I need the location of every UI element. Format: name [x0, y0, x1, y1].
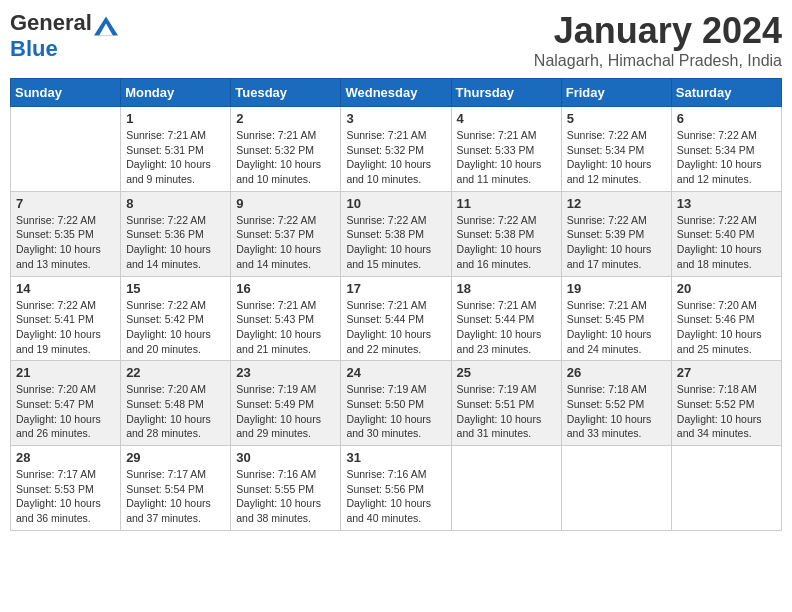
- day-info: Sunrise: 7:20 AM Sunset: 5:48 PM Dayligh…: [126, 382, 225, 441]
- weekday-header-sunday: Sunday: [11, 79, 121, 107]
- day-info: Sunrise: 7:20 AM Sunset: 5:47 PM Dayligh…: [16, 382, 115, 441]
- day-number: 4: [457, 111, 556, 126]
- day-number: 9: [236, 196, 335, 211]
- day-number: 26: [567, 365, 666, 380]
- weekday-header-friday: Friday: [561, 79, 671, 107]
- calendar-cell: [561, 446, 671, 531]
- day-number: 29: [126, 450, 225, 465]
- calendar-cell: 9Sunrise: 7:22 AM Sunset: 5:37 PM Daylig…: [231, 191, 341, 276]
- day-number: 21: [16, 365, 115, 380]
- day-info: Sunrise: 7:16 AM Sunset: 5:55 PM Dayligh…: [236, 467, 335, 526]
- day-number: 3: [346, 111, 445, 126]
- weekday-header-tuesday: Tuesday: [231, 79, 341, 107]
- calendar-cell: 5Sunrise: 7:22 AM Sunset: 5:34 PM Daylig…: [561, 107, 671, 192]
- day-number: 16: [236, 281, 335, 296]
- day-info: Sunrise: 7:22 AM Sunset: 5:35 PM Dayligh…: [16, 213, 115, 272]
- calendar-cell: 10Sunrise: 7:22 AM Sunset: 5:38 PM Dayli…: [341, 191, 451, 276]
- day-info: Sunrise: 7:21 AM Sunset: 5:31 PM Dayligh…: [126, 128, 225, 187]
- logo-text: General Blue: [10, 10, 120, 62]
- day-info: Sunrise: 7:21 AM Sunset: 5:44 PM Dayligh…: [457, 298, 556, 357]
- calendar-cell: 26Sunrise: 7:18 AM Sunset: 5:52 PM Dayli…: [561, 361, 671, 446]
- day-number: 7: [16, 196, 115, 211]
- weekday-header-saturday: Saturday: [671, 79, 781, 107]
- calendar-cell: 1Sunrise: 7:21 AM Sunset: 5:31 PM Daylig…: [121, 107, 231, 192]
- calendar-cell: 16Sunrise: 7:21 AM Sunset: 5:43 PM Dayli…: [231, 276, 341, 361]
- weekday-header-row: SundayMondayTuesdayWednesdayThursdayFrid…: [11, 79, 782, 107]
- day-number: 5: [567, 111, 666, 126]
- day-number: 6: [677, 111, 776, 126]
- day-number: 23: [236, 365, 335, 380]
- day-info: Sunrise: 7:21 AM Sunset: 5:44 PM Dayligh…: [346, 298, 445, 357]
- day-info: Sunrise: 7:22 AM Sunset: 5:36 PM Dayligh…: [126, 213, 225, 272]
- day-number: 25: [457, 365, 556, 380]
- day-info: Sunrise: 7:22 AM Sunset: 5:39 PM Dayligh…: [567, 213, 666, 272]
- calendar-cell: 12Sunrise: 7:22 AM Sunset: 5:39 PM Dayli…: [561, 191, 671, 276]
- day-number: 24: [346, 365, 445, 380]
- day-info: Sunrise: 7:21 AM Sunset: 5:43 PM Dayligh…: [236, 298, 335, 357]
- calendar-week-row: 28Sunrise: 7:17 AM Sunset: 5:53 PM Dayli…: [11, 446, 782, 531]
- day-number: 31: [346, 450, 445, 465]
- day-number: 14: [16, 281, 115, 296]
- calendar-cell: 29Sunrise: 7:17 AM Sunset: 5:54 PM Dayli…: [121, 446, 231, 531]
- weekday-header-wednesday: Wednesday: [341, 79, 451, 107]
- logo-general: General: [10, 10, 92, 35]
- day-number: 19: [567, 281, 666, 296]
- calendar-cell: 28Sunrise: 7:17 AM Sunset: 5:53 PM Dayli…: [11, 446, 121, 531]
- day-number: 17: [346, 281, 445, 296]
- day-number: 15: [126, 281, 225, 296]
- page-header: General Blue January 2024 Nalagarh, Hima…: [10, 10, 782, 70]
- day-info: Sunrise: 7:21 AM Sunset: 5:32 PM Dayligh…: [236, 128, 335, 187]
- calendar-cell: 17Sunrise: 7:21 AM Sunset: 5:44 PM Dayli…: [341, 276, 451, 361]
- calendar-cell: 23Sunrise: 7:19 AM Sunset: 5:49 PM Dayli…: [231, 361, 341, 446]
- day-number: 12: [567, 196, 666, 211]
- day-info: Sunrise: 7:19 AM Sunset: 5:50 PM Dayligh…: [346, 382, 445, 441]
- logo-blue: Blue: [10, 36, 58, 61]
- day-number: 28: [16, 450, 115, 465]
- calendar-cell: 30Sunrise: 7:16 AM Sunset: 5:55 PM Dayli…: [231, 446, 341, 531]
- calendar-cell: 15Sunrise: 7:22 AM Sunset: 5:42 PM Dayli…: [121, 276, 231, 361]
- logo-icon: [94, 16, 118, 36]
- calendar-cell: 4Sunrise: 7:21 AM Sunset: 5:33 PM Daylig…: [451, 107, 561, 192]
- calendar-cell: 20Sunrise: 7:20 AM Sunset: 5:46 PM Dayli…: [671, 276, 781, 361]
- calendar-week-row: 21Sunrise: 7:20 AM Sunset: 5:47 PM Dayli…: [11, 361, 782, 446]
- title-section: January 2024 Nalagarh, Himachal Pradesh,…: [534, 10, 782, 70]
- day-info: Sunrise: 7:22 AM Sunset: 5:38 PM Dayligh…: [346, 213, 445, 272]
- day-number: 13: [677, 196, 776, 211]
- calendar-cell: 19Sunrise: 7:21 AM Sunset: 5:45 PM Dayli…: [561, 276, 671, 361]
- month-title: January 2024: [534, 10, 782, 52]
- weekday-header-monday: Monday: [121, 79, 231, 107]
- calendar-cell: 21Sunrise: 7:20 AM Sunset: 5:47 PM Dayli…: [11, 361, 121, 446]
- calendar-cell: 27Sunrise: 7:18 AM Sunset: 5:52 PM Dayli…: [671, 361, 781, 446]
- calendar-cell: 25Sunrise: 7:19 AM Sunset: 5:51 PM Dayli…: [451, 361, 561, 446]
- day-number: 30: [236, 450, 335, 465]
- calendar-cell: 22Sunrise: 7:20 AM Sunset: 5:48 PM Dayli…: [121, 361, 231, 446]
- day-info: Sunrise: 7:22 AM Sunset: 5:41 PM Dayligh…: [16, 298, 115, 357]
- day-number: 8: [126, 196, 225, 211]
- calendar-cell: 8Sunrise: 7:22 AM Sunset: 5:36 PM Daylig…: [121, 191, 231, 276]
- location-subtitle: Nalagarh, Himachal Pradesh, India: [534, 52, 782, 70]
- day-info: Sunrise: 7:18 AM Sunset: 5:52 PM Dayligh…: [677, 382, 776, 441]
- day-info: Sunrise: 7:16 AM Sunset: 5:56 PM Dayligh…: [346, 467, 445, 526]
- day-info: Sunrise: 7:22 AM Sunset: 5:34 PM Dayligh…: [567, 128, 666, 187]
- calendar-table: SundayMondayTuesdayWednesdayThursdayFrid…: [10, 78, 782, 531]
- day-number: 18: [457, 281, 556, 296]
- day-info: Sunrise: 7:21 AM Sunset: 5:32 PM Dayligh…: [346, 128, 445, 187]
- calendar-cell: 18Sunrise: 7:21 AM Sunset: 5:44 PM Dayli…: [451, 276, 561, 361]
- calendar-cell: 31Sunrise: 7:16 AM Sunset: 5:56 PM Dayli…: [341, 446, 451, 531]
- calendar-cell: [11, 107, 121, 192]
- weekday-header-thursday: Thursday: [451, 79, 561, 107]
- day-number: 27: [677, 365, 776, 380]
- calendar-cell: [671, 446, 781, 531]
- calendar-week-row: 1Sunrise: 7:21 AM Sunset: 5:31 PM Daylig…: [11, 107, 782, 192]
- calendar-cell: 11Sunrise: 7:22 AM Sunset: 5:38 PM Dayli…: [451, 191, 561, 276]
- calendar-cell: 24Sunrise: 7:19 AM Sunset: 5:50 PM Dayli…: [341, 361, 451, 446]
- day-info: Sunrise: 7:22 AM Sunset: 5:38 PM Dayligh…: [457, 213, 556, 272]
- calendar-week-row: 14Sunrise: 7:22 AM Sunset: 5:41 PM Dayli…: [11, 276, 782, 361]
- day-info: Sunrise: 7:21 AM Sunset: 5:45 PM Dayligh…: [567, 298, 666, 357]
- calendar-week-row: 7Sunrise: 7:22 AM Sunset: 5:35 PM Daylig…: [11, 191, 782, 276]
- calendar-cell: 13Sunrise: 7:22 AM Sunset: 5:40 PM Dayli…: [671, 191, 781, 276]
- day-info: Sunrise: 7:22 AM Sunset: 5:34 PM Dayligh…: [677, 128, 776, 187]
- day-info: Sunrise: 7:18 AM Sunset: 5:52 PM Dayligh…: [567, 382, 666, 441]
- day-number: 1: [126, 111, 225, 126]
- day-info: Sunrise: 7:22 AM Sunset: 5:42 PM Dayligh…: [126, 298, 225, 357]
